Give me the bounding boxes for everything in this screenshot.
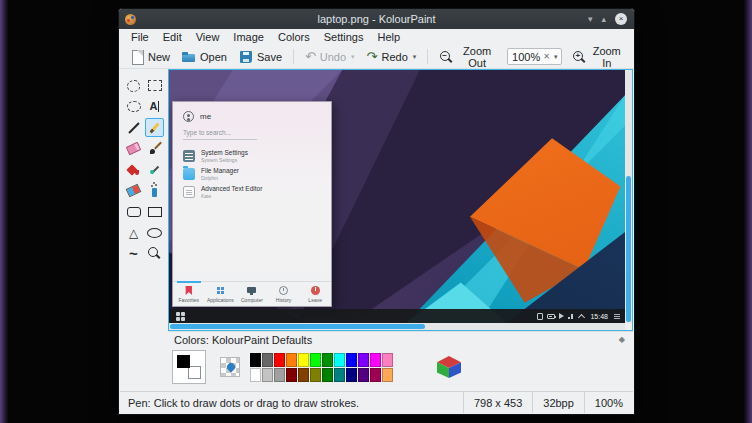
new-document-icon (130, 50, 144, 64)
status-color-depth: 32bpp (532, 392, 584, 413)
zoom-clear-icon[interactable]: ✕ (543, 53, 550, 61)
vertical-scrollbar-thumb[interactable] (626, 176, 631, 322)
system-settings-icon (183, 150, 195, 162)
tool-box (120, 69, 168, 391)
palette-color-row2-7[interactable] (334, 368, 345, 382)
zoom-in-icon (572, 50, 586, 64)
open-button[interactable]: Open (177, 48, 232, 66)
window-titlebar[interactable]: laptop.png - KolourPaint ▾ ▴ × (119, 9, 634, 29)
palette-color-row1-1[interactable] (262, 353, 273, 367)
palette-color-row1-4[interactable] (298, 353, 309, 367)
palette-color-row1-3[interactable] (286, 353, 297, 367)
zoom-out-button[interactable]: Zoom Out (434, 43, 502, 71)
dock-float-button[interactable]: ◆ (619, 336, 625, 344)
palette-color-row1-2[interactable] (274, 353, 285, 367)
tool-ellipse[interactable] (145, 223, 164, 242)
foreground-color-swatch[interactable] (177, 355, 190, 368)
tool-polygon[interactable] (124, 223, 143, 242)
palette-color-row2-4[interactable] (298, 368, 309, 382)
maximize-button[interactable]: ▴ (601, 15, 606, 24)
menu-colors[interactable]: Colors (271, 30, 317, 44)
tool-color-picker[interactable] (145, 160, 164, 179)
tool-free-form-selection[interactable] (124, 76, 143, 95)
menu-image[interactable]: Image (226, 30, 271, 44)
tool-rectangular-selection[interactable] (145, 76, 164, 95)
transparent-color-swatch[interactable] (220, 357, 240, 377)
palette-color-row1-5[interactable] (310, 353, 321, 367)
window-title: laptop.png - KolourPaint (119, 13, 634, 25)
history-icon (279, 286, 288, 295)
tool-curve[interactable] (124, 244, 143, 263)
undo-dropdown-icon: ▾ (351, 53, 355, 60)
palette-color-row2-2[interactable] (274, 368, 285, 382)
undo-button[interactable]: ↶ Undo ▾ (300, 48, 360, 65)
palette-color-row2-9[interactable] (358, 368, 369, 382)
kickoff-tab-favorites: Favorites (173, 282, 205, 306)
vertical-scrollbar[interactable] (625, 70, 632, 323)
close-button[interactable]: × (615, 13, 627, 25)
palette-color-row2-3[interactable] (286, 368, 297, 382)
tool-rectangle[interactable] (145, 202, 164, 221)
save-button[interactable]: Save (234, 48, 287, 66)
tool-brush[interactable] (145, 139, 164, 158)
kickoff-tab-leave: Leave (299, 282, 331, 306)
horizontal-scrollbar-thumb[interactable] (170, 324, 425, 329)
palette-color-row2-8[interactable] (346, 368, 357, 382)
save-icon (239, 50, 253, 64)
menu-edit[interactable]: Edit (156, 30, 189, 44)
color-palette (250, 353, 393, 382)
kickoff-tab-applications: Applications (205, 282, 237, 306)
palette-color-row1-8[interactable] (346, 353, 357, 367)
menu-view[interactable]: View (189, 30, 227, 44)
palette-color-row1-9[interactable] (358, 353, 369, 367)
horizontal-scrollbar[interactable] (169, 323, 625, 330)
palette-color-row1-6[interactable] (322, 353, 333, 367)
tool-zoom[interactable] (145, 244, 164, 263)
palette-color-row1-0[interactable] (250, 353, 261, 367)
menu-file[interactable]: File (124, 30, 156, 44)
new-button[interactable]: New (125, 48, 175, 66)
tool-pen[interactable] (145, 118, 164, 137)
palette-color-row2-5[interactable] (310, 368, 321, 382)
palette-color-row2-0[interactable] (250, 368, 261, 382)
kickoff-item: File ManagerDolphin (183, 167, 321, 181)
tool-line[interactable] (124, 118, 143, 137)
tool-eraser[interactable] (124, 139, 143, 158)
text-editor-icon (183, 186, 195, 198)
kickoff-menu-image-content: me Type to search... System SettingsSyst… (172, 101, 332, 307)
status-message: Pen: Click to draw dots or drag to draw … (120, 397, 463, 409)
redo-button[interactable]: ↷ Redo ▾ (362, 48, 422, 65)
menu-help[interactable]: Help (370, 30, 407, 44)
toolbar-separator (427, 49, 428, 64)
palette-color-row2-6[interactable] (322, 368, 333, 382)
tool-text[interactable] (145, 97, 164, 116)
menu-settings[interactable]: Settings (317, 30, 371, 44)
palette-color-row2-1[interactable] (262, 368, 273, 382)
tool-flood-fill[interactable] (124, 160, 143, 179)
palette-color-row1-11[interactable] (382, 353, 393, 367)
status-zoom: 100% (584, 392, 633, 413)
tool-color-eraser[interactable] (124, 181, 143, 200)
kolourpaint-window: laptop.png - KolourPaint ▾ ▴ × FileEditV… (118, 8, 635, 415)
kickoff-item: Advanced Text EditorKate (183, 185, 321, 199)
canvas[interactable]: me Type to search... System SettingsSyst… (169, 70, 625, 323)
canvas-viewport: me Type to search... System SettingsSyst… (169, 70, 625, 323)
zoom-in-button[interactable]: Zoom In (567, 43, 628, 71)
palette-color-row2-11[interactable] (382, 368, 393, 382)
zoom-level-combobox[interactable]: 100% ✕ ▾ (507, 48, 562, 65)
tool-spraycan[interactable] (145, 181, 164, 200)
colors-dock-title: Colors: KolourPaint Defaults (174, 334, 312, 346)
palette-color-row1-10[interactable] (370, 353, 381, 367)
zoom-dropdown-icon[interactable]: ▾ (554, 53, 558, 60)
color-similarity-cube-icon[interactable] (437, 356, 461, 378)
tray-expander-icon (578, 313, 585, 320)
palette-color-row2-10[interactable] (370, 368, 381, 382)
minimize-button[interactable]: ▾ (588, 15, 593, 24)
system-tray: 15:48 (537, 313, 620, 320)
tool-rounded-rectangle[interactable] (124, 202, 143, 221)
foreground-background-swatch[interactable] (172, 350, 206, 384)
tool-elliptical-selection[interactable] (124, 97, 143, 116)
favorites-icon (184, 286, 193, 295)
palette-color-row1-7[interactable] (334, 353, 345, 367)
undo-arrow-icon: ↶ (305, 50, 316, 63)
